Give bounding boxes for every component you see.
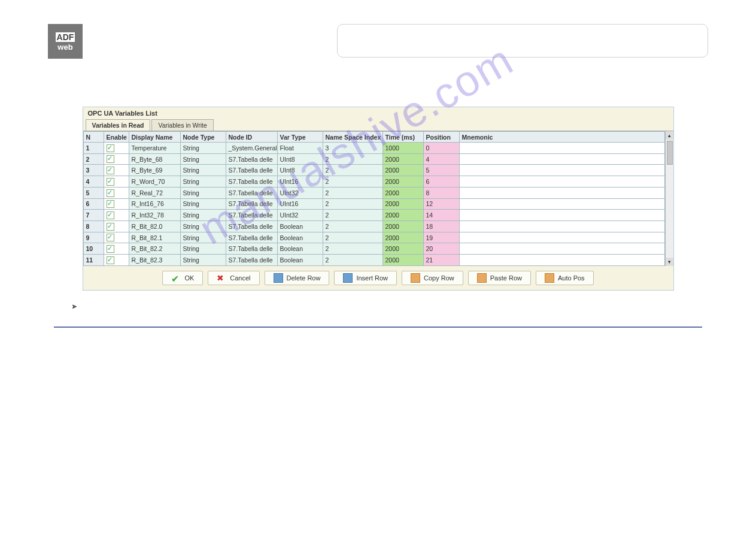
cell-enable[interactable] xyxy=(104,165,129,176)
cell-node-id[interactable]: S7.Tabella delle xyxy=(226,176,277,188)
cell-var-type[interactable]: Float xyxy=(277,143,323,154)
cell-var-type[interactable]: UInt16 xyxy=(277,176,323,188)
cell-time[interactable]: 1000 xyxy=(382,143,423,154)
table-row[interactable]: 2R_Byte_68StringS7.Tabella delleUInt8220… xyxy=(83,153,664,165)
cell-node-type[interactable]: String xyxy=(180,165,226,176)
tab-variables-read[interactable]: Variables in Read xyxy=(86,119,151,131)
cell-node-id[interactable]: S7.Tabella delle xyxy=(226,198,277,210)
checkbox-icon[interactable] xyxy=(107,178,114,186)
cell-var-type[interactable]: Boolean xyxy=(277,243,323,255)
cell-display-name[interactable]: R_Word_70 xyxy=(129,176,180,188)
delete-row-button[interactable]: Delete Row xyxy=(265,271,330,285)
cell-enable[interactable] xyxy=(104,153,129,165)
cell-var-type[interactable]: Boolean xyxy=(277,221,323,232)
cell-mnemonic[interactable] xyxy=(459,165,664,176)
scrollbar[interactable]: ▴ ▾ xyxy=(665,131,673,266)
cell-var-type[interactable]: Boolean xyxy=(277,232,323,243)
cell-node-type[interactable]: String xyxy=(180,221,226,232)
cell-position[interactable]: 4 xyxy=(423,153,459,165)
checkbox-icon[interactable] xyxy=(107,200,114,208)
cell-node-type[interactable]: String xyxy=(180,187,226,198)
cell-display-name[interactable]: Temperature xyxy=(129,143,180,154)
cell-namespace[interactable]: 2 xyxy=(323,198,382,210)
cell-mnemonic[interactable] xyxy=(459,232,664,243)
cell-position[interactable]: 20 xyxy=(423,243,459,255)
cell-var-type[interactable]: UInt16 xyxy=(277,198,323,210)
cell-var-type[interactable]: UInt8 xyxy=(277,153,323,165)
table-row[interactable]: 5R_Real_72StringS7.Tabella delleUInt3222… xyxy=(83,187,664,198)
variables-grid[interactable]: N Enable Display Name Node Type Node ID … xyxy=(83,131,665,266)
cell-node-type[interactable]: String xyxy=(180,143,226,154)
checkbox-icon[interactable] xyxy=(107,256,114,264)
table-row[interactable]: 1TemperatureString_System.General.TFloat… xyxy=(83,143,664,154)
cell-var-type[interactable]: UInt8 xyxy=(277,165,323,176)
scroll-down-arrow-icon[interactable]: ▾ xyxy=(666,258,673,266)
cell-enable[interactable] xyxy=(104,255,129,266)
cell-display-name[interactable]: R_Byte_68 xyxy=(129,153,180,165)
ok-button[interactable]: ✔OK xyxy=(162,271,203,285)
cell-time[interactable]: 2000 xyxy=(382,198,423,210)
cell-enable[interactable] xyxy=(104,232,129,243)
cell-time[interactable]: 2000 xyxy=(382,221,423,232)
table-row[interactable]: 7R_Int32_78StringS7.Tabella delleUInt322… xyxy=(83,210,664,221)
scroll-thumb[interactable] xyxy=(667,141,673,165)
cell-node-id[interactable]: S7.Tabella delle xyxy=(226,221,277,232)
table-row[interactable]: 10R_Bit_82.2StringS7.Tabella delleBoolea… xyxy=(83,243,664,255)
cell-node-type[interactable]: String xyxy=(180,153,226,165)
checkbox-icon[interactable] xyxy=(107,167,114,174)
cell-position[interactable]: 18 xyxy=(423,221,459,232)
cell-display-name[interactable]: R_Int16_76 xyxy=(129,198,180,210)
cell-enable[interactable] xyxy=(104,210,129,221)
cell-mnemonic[interactable] xyxy=(459,153,664,165)
cell-position[interactable]: 14 xyxy=(423,210,459,221)
paste-row-button[interactable]: Paste Row xyxy=(468,271,531,285)
table-row[interactable]: 4R_Word_70StringS7.Tabella delleUInt1622… xyxy=(83,176,664,188)
cell-position[interactable]: 0 xyxy=(423,143,459,154)
cell-node-type[interactable]: String xyxy=(180,176,226,188)
cell-time[interactable]: 2000 xyxy=(382,187,423,198)
cell-node-id[interactable]: S7.Tabella delle xyxy=(226,153,277,165)
cell-var-type[interactable]: UInt32 xyxy=(277,210,323,221)
cell-position[interactable]: 19 xyxy=(423,232,459,243)
cell-node-id[interactable]: _System.General.T xyxy=(226,143,277,154)
checkbox-icon[interactable] xyxy=(107,234,114,241)
cell-namespace[interactable]: 2 xyxy=(323,255,382,266)
cell-namespace[interactable]: 2 xyxy=(323,221,382,232)
cell-enable[interactable] xyxy=(104,198,129,210)
cell-mnemonic[interactable] xyxy=(459,243,664,255)
cell-position[interactable]: 8 xyxy=(423,187,459,198)
cell-time[interactable]: 2000 xyxy=(382,165,423,176)
scroll-up-arrow-icon[interactable]: ▴ xyxy=(666,131,673,140)
cell-enable[interactable] xyxy=(104,243,129,255)
cell-display-name[interactable]: R_Byte_69 xyxy=(129,165,180,176)
cell-namespace[interactable]: 2 xyxy=(323,232,382,243)
cell-enable[interactable] xyxy=(104,221,129,232)
cell-display-name[interactable]: R_Bit_82.2 xyxy=(129,243,180,255)
cell-node-type[interactable]: String xyxy=(180,243,226,255)
checkbox-icon[interactable] xyxy=(107,223,114,231)
table-row[interactable]: 8R_Bit_82.0StringS7.Tabella delleBoolean… xyxy=(83,221,664,232)
cell-enable[interactable] xyxy=(104,143,129,154)
cell-time[interactable]: 2000 xyxy=(382,255,423,266)
cell-mnemonic[interactable] xyxy=(459,176,664,188)
cancel-button[interactable]: ✖Cancel xyxy=(208,271,259,285)
cell-position[interactable]: 21 xyxy=(423,255,459,266)
cell-node-id[interactable]: S7.Tabella delle xyxy=(226,255,277,266)
cell-time[interactable]: 2000 xyxy=(382,232,423,243)
checkbox-icon[interactable] xyxy=(107,144,114,152)
cell-position[interactable]: 6 xyxy=(423,176,459,188)
cell-node-id[interactable]: S7.Tabella delle xyxy=(226,210,277,221)
cell-namespace[interactable]: 2 xyxy=(323,165,382,176)
cell-display-name[interactable]: R_Real_72 xyxy=(129,187,180,198)
auto-pos-button[interactable]: Auto Pos xyxy=(536,271,594,285)
cell-node-id[interactable]: S7.Tabella delle xyxy=(226,243,277,255)
cell-namespace[interactable]: 2 xyxy=(323,187,382,198)
cell-mnemonic[interactable] xyxy=(459,187,664,198)
cell-node-type[interactable]: String xyxy=(180,210,226,221)
cell-display-name[interactable]: R_Bit_82.3 xyxy=(129,255,180,266)
insert-row-button[interactable]: Insert Row xyxy=(334,271,397,285)
cell-enable[interactable] xyxy=(104,176,129,188)
cell-node-type[interactable]: String xyxy=(180,255,226,266)
table-row[interactable]: 6R_Int16_76StringS7.Tabella delleUInt162… xyxy=(83,198,664,210)
checkbox-icon[interactable] xyxy=(107,155,114,163)
